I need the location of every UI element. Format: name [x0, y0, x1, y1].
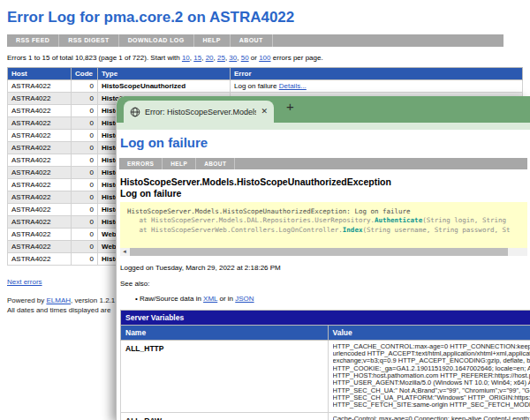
stack-segment-method: Index: [343, 226, 363, 234]
page-size-link-100[interactable]: 100: [259, 54, 270, 62]
raw-source-or: or in: [217, 295, 235, 303]
server-var-value-line: Cache-Control: max-age=0 Connection: kee…: [333, 416, 530, 420]
scrollbar-track[interactable]: [129, 248, 527, 256]
next-errors-link[interactable]: Next errors: [7, 278, 42, 286]
server-var-row: ALL_RAWCache-Control: max-age=0 Connecti…: [121, 412, 530, 420]
toolbar-download-log-button[interactable]: DOWNLOAD LOG: [119, 34, 194, 47]
error-detail-content: Log on failure ERRORSHELPABOUT HistoScop…: [117, 130, 530, 420]
raw-source-item: • Raw/Source data in XML or in JSON: [120, 295, 530, 303]
horizontal-scrollbar[interactable]: ◄: [120, 248, 527, 256]
exception-message: Log on failure: [120, 188, 530, 199]
browser-toolbar-strip: [117, 123, 530, 130]
details-link[interactable]: Details...: [279, 82, 307, 90]
json-link[interactable]: JSON: [235, 295, 254, 303]
bullet-icon: •: [135, 295, 138, 303]
code-cell: 0: [72, 229, 98, 241]
stack-line: at HistoScopeServer.Models.DAL.Repositor…: [127, 216, 520, 225]
name-column-header: Name: [121, 325, 329, 340]
page-title: Error Log for pma.core.2 on ASTRA4022: [7, 9, 523, 26]
code-cell: 0: [72, 93, 98, 105]
server-var-name: ALL_RAW: [121, 412, 329, 420]
main-toolbar: RSS FEEDRSS DIGESTDOWNLOAD LOGHELPABOUT: [7, 34, 504, 47]
detail-toolbar-help-button[interactable]: HELP: [163, 158, 196, 169]
detail-toolbar-errors-button[interactable]: ERRORS: [119, 158, 163, 169]
code-cell: 0: [72, 241, 98, 253]
detail-toolbar-about-button[interactable]: ABOUT: [196, 158, 235, 169]
server-var-value-line: HTTP_SEC_CH_UA_PLATFORM:"Windows" HTTP_O…: [333, 394, 530, 401]
toolbar-help-button[interactable]: HELP: [194, 34, 231, 47]
host-cell: ASTRA4022: [8, 179, 72, 191]
code-cell: 0: [72, 191, 98, 204]
server-var-value-line: HTTP_CACHE_CONTROL:max-age=0 HTTP_CONNEC…: [333, 343, 530, 350]
error-cell: Log on failure Details...: [231, 80, 523, 93]
stack-line: HistoScopeServer.Models.HistoScopeUnauth…: [127, 207, 520, 216]
host-cell: ASTRA4022: [8, 191, 72, 204]
server-variables-title-row: Server Variables: [121, 310, 530, 325]
server-var-value-line: urlencoded HTTP_ACCEPT:text/html,applica…: [333, 350, 530, 357]
host-cell: ASTRA4022: [8, 80, 72, 93]
toolbar-about-button[interactable]: ABOUT: [231, 34, 273, 47]
server-var-row: ALL_HTTPHTTP_CACHE_CONTROL:max-age=0 HTT…: [121, 340, 530, 412]
code-cell: 0: [72, 80, 98, 93]
page-size-links: 10, 15, 20, 25, 30, 50 or 100: [182, 54, 271, 62]
new-tab-button[interactable]: +: [286, 99, 294, 114]
type-cell: HistoScopeUnauthorized: [98, 80, 231, 93]
code-cell: 0: [72, 130, 98, 142]
error-detail-title: Log on failure: [120, 135, 530, 150]
column-header-code: Code: [72, 68, 98, 80]
screen: Error Log for pma.core.2 on ASTRA4022 RS…: [0, 0, 530, 420]
stack-segment-method: Authenticate: [375, 216, 422, 224]
tab-close-icon[interactable]: ✕: [261, 108, 268, 116]
table-row: ASTRA40220HistoScopeUnauthorizedLog on f…: [8, 80, 523, 93]
server-variables-header-row: Name Value: [121, 325, 530, 340]
scrollbar-thumb[interactable]: [130, 248, 508, 256]
code-cell: 0: [72, 142, 98, 154]
stack-line: at HistoScopeServerWeb.Controllers.LogOn…: [127, 226, 520, 235]
xml-link[interactable]: XML: [203, 295, 217, 303]
server-var-value-line: HTTP_USER_AGENT:Mozilla/5.0 (Windows NT …: [333, 379, 530, 386]
host-cell: ASTRA4022: [8, 105, 72, 117]
globe-favicon-icon: [130, 107, 140, 117]
browser-tab[interactable]: Error: HistoScopeServer.Models.H ✕: [124, 101, 274, 123]
server-var-name: ALL_HTTP: [121, 340, 329, 412]
column-header-error: Error: [231, 68, 523, 80]
server-var-value: Cache-Control: max-age=0 Connection: kee…: [328, 412, 530, 420]
server-var-value-line: HTTP_SEC_FETCH_SITE:same-origin HTTP_SEC…: [333, 401, 530, 409]
stack-segment-head: HistoScopeServer.Models.HistoScopeUnauth…: [127, 207, 411, 215]
host-cell: ASTRA4022: [8, 142, 72, 154]
page-size-link-25[interactable]: 25: [217, 54, 225, 62]
page-size-link-30[interactable]: 30: [229, 54, 237, 62]
server-variables-table: Server Variables Name Value ALL_HTTPHTTP…: [120, 310, 530, 420]
server-var-value-line: exchange;v=b3;q=0.9 HTTP_ACCEPT_ENCODING…: [333, 357, 530, 364]
code-cell: 0: [72, 105, 98, 117]
status-line: Errors 1 to 15 of total 10,823 (page 1 o…: [7, 54, 523, 62]
exception-summary: HistoScopeServer.Models.HistoScopeUnauth…: [120, 176, 530, 199]
page-size-link-15[interactable]: 15: [193, 54, 201, 62]
value-column-header: Value: [328, 325, 530, 340]
server-var-value: HTTP_CACHE_CONTROL:max-age=0 HTTP_CONNEC…: [328, 340, 530, 412]
scroll-left-arrow-icon[interactable]: ◄: [120, 248, 129, 256]
status-suffix: errors per page.: [273, 54, 323, 62]
column-header-type: Type: [98, 68, 231, 80]
host-cell: ASTRA4022: [8, 93, 72, 105]
code-cell: 0: [72, 204, 98, 216]
host-cell: ASTRA4022: [8, 154, 72, 167]
page-size-link-20[interactable]: 20: [206, 54, 214, 62]
server-var-value-line: HTTP_SEC_CH_UA:" Not A;Brand";v="99", "C…: [333, 387, 530, 394]
host-cell: ASTRA4022: [8, 117, 72, 130]
code-cell: 0: [72, 179, 98, 191]
stack-trace-box: HistoScopeServer.Models.HistoScopeUnauth…: [120, 202, 527, 248]
exception-type: HistoScopeServer.Models.HistoScopeUnauth…: [120, 176, 530, 188]
toolbar-rss-feed-button[interactable]: RSS FEED: [7, 34, 59, 47]
page-size-link-10[interactable]: 10: [182, 54, 190, 62]
page-size-link-50[interactable]: 50: [241, 54, 249, 62]
status-prefix: Errors 1 to 15 of total 10,823 (page 1 o…: [7, 54, 180, 62]
code-cell: 0: [72, 167, 98, 179]
elmah-link[interactable]: ELMAH: [46, 296, 71, 304]
host-cell: ASTRA4022: [8, 241, 72, 253]
code-cell: 0: [72, 117, 98, 130]
host-cell: ASTRA4022: [8, 216, 72, 229]
toolbar-rss-digest-button[interactable]: RSS DIGEST: [59, 34, 118, 47]
server-variables-title: Server Variables: [121, 310, 530, 325]
see-also-label: See also:: [120, 280, 530, 288]
